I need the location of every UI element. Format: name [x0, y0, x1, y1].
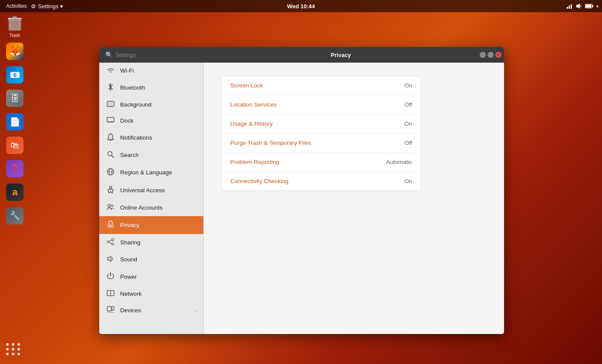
svg-point-24: [110, 187, 112, 189]
battery-dropdown-icon[interactable]: ▾: [596, 4, 599, 9]
dock-item-appstore[interactable]: 🛍: [4, 135, 25, 156]
taskbar: Activities ⚙ Settings ▾ Wed 10:44 ▾: [0, 0, 602, 12]
sidebar-item-privacy[interactable]: Privacy: [99, 216, 203, 234]
privacy-row[interactable]: Location ServicesOff: [222, 95, 421, 114]
titlebar-search-icon: 🔍: [105, 51, 113, 58]
sidebar-label-region: Region & Language: [120, 169, 196, 176]
settings-menu-button[interactable]: ⚙ Settings ▾: [31, 3, 63, 10]
svg-point-29: [112, 239, 114, 241]
dock-item-amazon[interactable]: a: [4, 182, 25, 203]
privacy-row-value: Off: [404, 101, 412, 108]
help-icon: ❓: [6, 160, 24, 177]
titlebar-settings-label: Settings: [115, 52, 136, 58]
battery-icon[interactable]: [585, 3, 594, 9]
svg-marker-34: [108, 256, 111, 261]
dock-item-systools[interactable]: 🔧: [4, 205, 25, 226]
svg-point-30: [108, 241, 110, 243]
sidebar-item-bluetooth[interactable]: Bluetooth: [99, 79, 203, 97]
sidebar-item-notifications[interactable]: Notifications: [99, 129, 203, 147]
sidebar-item-sharing[interactable]: Sharing: [99, 234, 203, 251]
activities-button[interactable]: Activities: [3, 2, 29, 10]
sidebar-item-wifi[interactable]: Wi-Fi: [99, 63, 203, 79]
privacy-settings-table: Screen LockOnLocation ServicesOffUsage &…: [221, 76, 421, 191]
dot-5: [12, 348, 14, 351]
titlebar-title: Privacy: [204, 52, 478, 58]
settings-window: 🔍 Settings Privacy ✕ Wi-Fi: [99, 47, 504, 334]
dock-item-writer[interactable]: 📄: [4, 111, 25, 132]
sidebar-label-network: Network: [120, 291, 196, 297]
dock-item-thunderbird[interactable]: 📧: [4, 64, 25, 85]
privacy-row-label: Location Services: [230, 101, 277, 108]
privacy-row[interactable]: Usage & HistoryOn: [222, 114, 421, 134]
sidebar-item-search[interactable]: Search: [99, 147, 203, 164]
privacy-row-value: Off: [404, 140, 412, 146]
svg-rect-0: [567, 7, 568, 9]
dock-dots[interactable]: [6, 343, 21, 355]
sidebar-label-privacy: Privacy: [120, 222, 196, 228]
bluetooth-icon: [106, 83, 115, 92]
window-close-button[interactable]: ✕: [495, 52, 501, 58]
privacy-row[interactable]: Connectivity CheckingOn: [222, 172, 421, 190]
privacy-row[interactable]: Problem ReportingAutomatic: [222, 153, 421, 172]
sidebar-item-devices[interactable]: Devices ›: [99, 302, 203, 319]
privacy-row-value: Automatic: [386, 159, 412, 165]
privacy-row-label: Screen Lock: [230, 82, 263, 89]
svg-rect-14: [9, 19, 21, 30]
titlebar-left: 🔍 Settings: [99, 51, 204, 58]
sound-icon: [106, 255, 115, 264]
sidebar-item-network[interactable]: Network: [99, 286, 203, 302]
universal-icon: [106, 186, 115, 195]
power-icon: [106, 272, 115, 281]
speaker-icon[interactable]: [575, 3, 582, 10]
sidebar-item-power[interactable]: Power: [99, 268, 203, 286]
amazon-icon: a: [6, 184, 24, 201]
window-minimize-button[interactable]: [480, 52, 486, 58]
svg-line-20: [112, 156, 114, 158]
svg-point-26: [111, 205, 113, 207]
dock-item-help[interactable]: ❓: [4, 158, 25, 179]
dock: Trash 🦊 📧 🗄 📄 🛍 ❓ a 🔧: [0, 12, 30, 364]
online-accounts-icon: [106, 204, 115, 212]
privacy-row[interactable]: Purge Trash & Temporary FilesOff: [222, 134, 421, 153]
dot-8: [12, 353, 14, 355]
privacy-main-content: Screen LockOnLocation ServicesOffUsage &…: [204, 63, 504, 334]
svg-rect-41: [107, 312, 114, 313]
dot-9: [17, 353, 20, 355]
sidebar-item-background[interactable]: Background: [99, 97, 203, 113]
privacy-icon: [106, 220, 115, 230]
search-icon: [106, 151, 115, 159]
network-icon[interactable]: [566, 3, 573, 10]
region-icon: [106, 168, 115, 177]
privacy-row-value: On: [404, 82, 412, 89]
sidebar-item-region[interactable]: Region & Language: [99, 164, 203, 181]
taskbar-clock: Wed 10:44: [287, 3, 315, 10]
svg-point-25: [108, 204, 111, 207]
dot-6: [17, 348, 20, 351]
svg-rect-2: [571, 4, 572, 9]
sidebar-item-sound[interactable]: Sound: [99, 251, 203, 268]
svg-line-33: [109, 242, 111, 244]
taskbar-left: Activities ⚙ Settings ▾: [3, 2, 63, 10]
privacy-row-value: On: [404, 120, 412, 127]
sidebar-item-universal[interactable]: Universal Access: [99, 181, 203, 199]
privacy-row[interactable]: Screen LockOn: [222, 76, 421, 95]
svg-point-36: [110, 292, 111, 294]
window-maximize-button[interactable]: [488, 52, 494, 58]
dock-item-firefox[interactable]: 🦊: [4, 41, 25, 62]
dock-item-trash[interactable]: Trash: [4, 16, 25, 37]
firefox-icon: 🦊: [6, 43, 24, 60]
sidebar-item-dock[interactable]: Dock: [99, 113, 203, 129]
sidebar-item-online-accounts[interactable]: Online Accounts: [99, 199, 203, 216]
dock-item-storage[interactable]: 🗄: [4, 88, 25, 109]
settings-sidebar: Wi-Fi Bluetooth Background: [99, 63, 204, 334]
sidebar-label-notifications: Notifications: [120, 134, 196, 141]
titlebar-controls: ✕: [478, 52, 504, 58]
appstore-icon: 🛍: [6, 137, 24, 154]
svg-rect-16: [107, 101, 114, 107]
sidebar-label-universal: Universal Access: [120, 187, 196, 194]
svg-marker-3: [576, 3, 580, 9]
sidebar-label-wifi: Wi-Fi: [120, 67, 196, 74]
dot-4: [6, 348, 9, 351]
sidebar-label-search: Search: [120, 152, 196, 158]
svg-rect-18: [108, 121, 114, 123]
